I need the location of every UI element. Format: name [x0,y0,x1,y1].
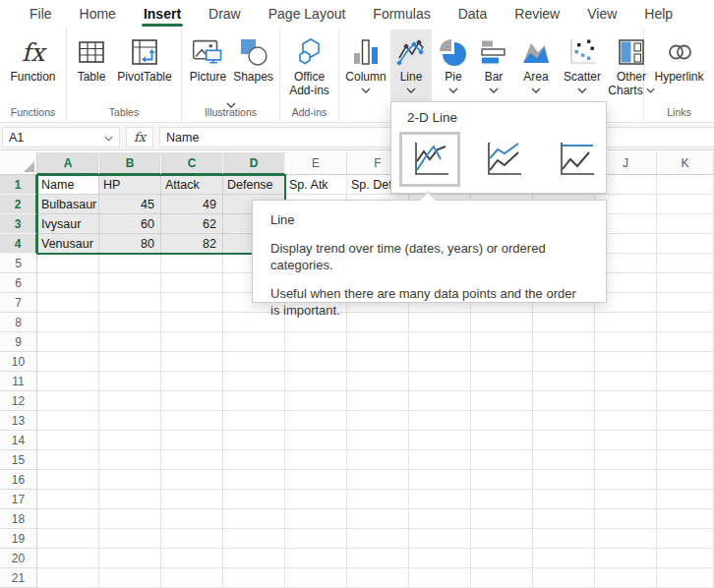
cell-A14[interactable] [37,431,99,450]
cell-C1[interactable]: Attack [161,175,223,195]
menu-view[interactable]: View [573,0,630,28]
cell-C12[interactable] [161,391,223,411]
cell-C7[interactable] [161,293,223,313]
cell-B18[interactable] [99,509,161,529]
cell-F16[interactable] [347,470,409,490]
column-chart-button[interactable]: Column [345,29,387,102]
cell-J18[interactable] [595,509,657,529]
pivottable-button[interactable]: PivotTable [112,29,177,102]
cell-A18[interactable] [37,509,99,529]
cell-A13[interactable] [37,411,99,431]
row-header-21[interactable]: 21 [0,568,37,588]
row-header-10[interactable]: 10 [0,352,37,372]
cell-I12[interactable] [533,391,595,411]
cell-C11[interactable] [161,372,223,391]
cell-A3[interactable]: Ivysaur [37,214,99,234]
table-button[interactable]: Table [71,29,112,102]
cell-K3[interactable] [657,214,714,234]
cell-G17[interactable] [409,490,471,509]
cell-J21[interactable] [595,568,657,588]
cell-K14[interactable] [657,431,714,450]
cell-H14[interactable] [471,431,533,450]
cell-G12[interactable] [409,391,471,411]
cell-F14[interactable] [347,431,409,450]
cell-G20[interactable] [409,549,471,568]
cell-K15[interactable] [657,450,714,470]
row-header-4[interactable]: 4 [0,234,37,254]
menu-draw[interactable]: Draw [195,0,255,28]
cell-D1[interactable]: Defense [223,175,285,195]
row-header-6[interactable]: 6 [0,273,37,293]
option-100-stacked-line[interactable] [545,132,606,187]
cell-K13[interactable] [657,411,714,431]
menu-insert[interactable]: Insert [130,0,195,28]
cell-G13[interactable] [409,411,471,431]
cell-I15[interactable] [533,450,595,470]
cell-K17[interactable] [657,490,714,509]
cell-E14[interactable] [285,431,347,450]
menu-page-layout[interactable]: Page Layout [255,0,360,28]
cell-D18[interactable] [223,509,285,529]
cell-E17[interactable] [285,490,347,509]
cell-B21[interactable] [99,568,161,588]
cell-J14[interactable] [595,431,657,450]
cell-C19[interactable] [161,529,223,549]
cell-E1[interactable]: Sp. Atk [285,175,347,195]
cell-H20[interactable] [471,549,533,568]
menu-review[interactable]: Review [501,0,573,28]
menu-file[interactable]: File [16,0,66,28]
cell-I10[interactable] [533,352,595,372]
cell-C9[interactable] [161,332,223,352]
cell-B5[interactable] [99,254,161,273]
cell-K12[interactable] [657,391,714,411]
option-line[interactable] [399,132,460,187]
cell-K5[interactable] [657,254,714,273]
cell-J12[interactable] [595,391,657,411]
cell-H12[interactable] [471,391,533,411]
office-addins-button[interactable]: Office Add-ins [281,29,338,102]
cell-E10[interactable] [285,352,347,372]
cell-G18[interactable] [409,509,471,529]
cell-H9[interactable] [471,332,533,352]
cell-E12[interactable] [285,391,347,411]
cell-D16[interactable] [223,470,285,490]
cell-D17[interactable] [223,490,285,509]
cell-D21[interactable] [223,568,285,588]
cell-B1[interactable]: HP [99,175,161,195]
cell-C5[interactable] [161,254,223,273]
cell-H11[interactable] [471,372,533,391]
cell-F20[interactable] [347,549,409,568]
cell-E9[interactable] [285,332,347,352]
cell-K19[interactable] [657,529,714,549]
cell-J8[interactable] [595,313,657,332]
cell-F15[interactable] [347,450,409,470]
row-header-5[interactable]: 5 [0,254,37,273]
cell-I17[interactable] [533,490,595,509]
cell-J19[interactable] [595,529,657,549]
cell-D11[interactable] [223,372,285,391]
cell-D13[interactable] [223,411,285,431]
shapes-button[interactable]: Shapes [231,29,276,102]
cell-I9[interactable] [533,332,595,352]
row-header-11[interactable]: 11 [0,372,37,391]
cell-B12[interactable] [99,391,161,411]
cell-J15[interactable] [595,450,657,470]
cell-J13[interactable] [595,411,657,431]
menu-data[interactable]: Data [445,0,502,28]
cell-D19[interactable] [223,529,285,549]
cell-C17[interactable] [161,490,223,509]
function-button[interactable]: fx Function [4,29,63,102]
cell-A1[interactable]: Name [37,175,99,195]
cell-H10[interactable] [471,352,533,372]
row-header-1[interactable]: 1 [0,175,37,195]
cell-C6[interactable] [161,273,223,293]
cell-J11[interactable] [595,372,657,391]
cell-H19[interactable] [471,529,533,549]
cell-A21[interactable] [37,568,99,588]
cell-C21[interactable] [161,568,223,588]
cell-H18[interactable] [471,509,533,529]
cell-G16[interactable] [409,470,471,490]
cell-E20[interactable] [285,549,347,568]
cell-H17[interactable] [471,490,533,509]
cell-I20[interactable] [533,549,595,568]
